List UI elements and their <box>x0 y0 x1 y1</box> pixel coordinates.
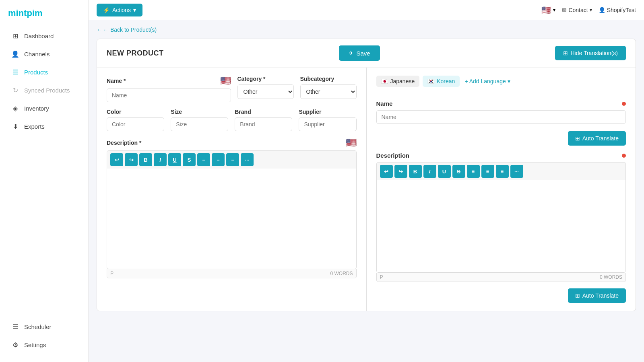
us-flag-description: 🇺🇸 <box>346 138 357 148</box>
mail-icon: ✉ <box>562 7 567 13</box>
supplier-input[interactable] <box>299 117 356 131</box>
sidebar-item-label: Synced Products <box>24 87 70 94</box>
back-to-products-link[interactable]: ← ← Back to Product(s) <box>97 27 636 33</box>
send-icon: ✈ <box>349 49 354 57</box>
size-group: Size <box>171 109 228 131</box>
channels-icon: 👤 <box>11 50 19 58</box>
sidebar-item-synced-products: ↻ Synced Products <box>3 81 85 99</box>
sidebar-item-channels[interactable]: 👤 Channels <box>3 45 85 63</box>
supplier-group: Supplier <box>299 109 356 131</box>
lightning-icon: ⚡ <box>103 7 110 13</box>
color-input[interactable] <box>107 117 164 131</box>
right-paragraph-indicator: P <box>380 274 383 280</box>
sidebar-item-label: Exports <box>24 123 45 130</box>
undo-button[interactable]: ↩ <box>110 153 123 166</box>
exports-icon: ⬇ <box>11 122 19 130</box>
sidebar-item-label: Inventory <box>24 105 49 112</box>
supplier-label: Supplier <box>299 109 356 115</box>
language-tabs: 🇯🇵 Japanese 🇰🇷 Korean + Add Language ▾ <box>376 76 626 92</box>
right-description-label: Description <box>376 152 410 159</box>
left-editor-body[interactable] <box>107 169 357 269</box>
korean-tab[interactable]: 🇰🇷 Korean <box>423 76 460 87</box>
left-editor-toolbar: ↩ ↪ B I U S ≡ ≡ ≡ ··· <box>107 150 357 169</box>
header: ⚡ Actions ▾ 🇺🇸 ▾ ✉ Contact ▾ 👤 ShopifyTe… <box>89 0 644 20</box>
align-center-button[interactable]: ≡ <box>212 153 225 166</box>
product-card: NEW PRODUCT ✈ Save ⊞ Hide Translation(s) <box>97 39 636 311</box>
left-editor-footer: P 0 WORDS <box>107 269 357 278</box>
user-account-button[interactable]: 👤 ShopifyTest <box>599 7 636 13</box>
sidebar-item-settings[interactable]: ⚙ Settings <box>3 336 85 354</box>
r-strikethrough-button[interactable]: S <box>452 165 465 178</box>
sidebar-item-dashboard[interactable]: ⊞ Dashboard <box>3 27 85 45</box>
subcategory-label: Subcategory <box>300 76 357 82</box>
underline-button[interactable]: U <box>168 153 181 166</box>
right-name-input[interactable] <box>376 110 626 124</box>
save-button[interactable]: ✈ Save <box>339 45 380 61</box>
add-lang-chevron-icon: ▾ <box>508 78 510 84</box>
chevron-down-icon: ▾ <box>133 7 136 13</box>
brand-label: Brand <box>235 109 292 115</box>
name-input[interactable] <box>107 88 231 102</box>
sidebar-item-label: Channels <box>24 51 50 58</box>
r-align-right-button[interactable]: ≡ <box>496 165 509 178</box>
r-underline-button[interactable]: U <box>438 165 451 178</box>
r-undo-button[interactable]: ↩ <box>380 165 393 178</box>
description-required-dot <box>622 154 626 158</box>
dashboard-icon: ⊞ <box>11 32 19 40</box>
name-auto-translate-button[interactable]: ⊞ Auto Translate <box>568 131 626 146</box>
sidebar-item-inventory[interactable]: ◈ Inventory <box>3 99 85 117</box>
paragraph-indicator: P <box>110 271 114 276</box>
r-italic-button[interactable]: I <box>423 165 436 178</box>
brand-input[interactable] <box>235 117 292 131</box>
r-align-left-button[interactable]: ≡ <box>467 165 480 178</box>
header-left: ⚡ Actions ▾ <box>97 4 142 16</box>
right-editor-body[interactable] <box>376 180 626 273</box>
app-logo: mintpim <box>0 4 88 27</box>
settings-icon: ⚙ <box>11 341 19 349</box>
name-label: Name * <box>107 78 126 84</box>
r-redo-button[interactable]: ↪ <box>394 165 407 178</box>
language-flag-button[interactable]: 🇺🇸 ▾ <box>541 5 555 15</box>
category-select[interactable]: Other Electronics Clothing <box>237 84 294 99</box>
category-group: Category * Other Electronics Clothing <box>237 76 294 102</box>
inventory-icon: ◈ <box>11 104 19 112</box>
right-editor-footer: P 0 WORDS <box>376 273 626 282</box>
japanese-flag-icon: 🇯🇵 <box>381 78 388 84</box>
subcategory-group: Subcategory Other Sub1 Sub2 <box>300 76 357 102</box>
sidebar-item-exports[interactable]: ⬇ Exports <box>3 117 85 135</box>
bottom-auto-translate-button[interactable]: ⊞ Auto Translate <box>568 288 626 303</box>
left-panel: Name * 🇺🇸 Category * Other Electronics C… <box>97 68 367 311</box>
flag-chevron-icon: ▾ <box>553 7 555 13</box>
size-label: Size <box>171 109 228 115</box>
name-category-row: Name * 🇺🇸 Category * Other Electronics C… <box>107 76 357 102</box>
actions-button[interactable]: ⚡ Actions ▾ <box>97 4 142 16</box>
sidebar-item-products[interactable]: ☰ Products <box>3 63 85 81</box>
contact-button[interactable]: ✉ Contact ▾ <box>562 7 592 13</box>
name-group: Name * 🇺🇸 <box>107 76 231 102</box>
bold-button[interactable]: B <box>139 153 152 166</box>
r-bold-button[interactable]: B <box>409 165 422 178</box>
redo-button[interactable]: ↪ <box>125 153 138 166</box>
synced-products-icon: ↻ <box>11 86 19 94</box>
add-language-button[interactable]: + Add Language ▾ <box>464 78 510 84</box>
korean-flag-icon: 🇰🇷 <box>427 78 434 84</box>
align-right-button[interactable]: ≡ <box>226 153 239 166</box>
subcategory-select[interactable]: Other Sub1 Sub2 <box>300 84 357 99</box>
sidebar-item-label: Dashboard <box>24 33 54 39</box>
size-input[interactable] <box>171 117 228 131</box>
sidebar-item-scheduler[interactable]: ☰ Scheduler <box>3 318 85 335</box>
hide-translation-button[interactable]: ⊞ Hide Translation(s) <box>555 46 626 60</box>
strikethrough-button[interactable]: S <box>183 153 196 166</box>
card-header: NEW PRODUCT ✈ Save ⊞ Hide Translation(s) <box>97 39 636 68</box>
r-more-options-button[interactable]: ··· <box>510 165 523 178</box>
right-name-group: Name ⊞ Auto Translate <box>376 100 626 146</box>
more-options-button[interactable]: ··· <box>241 153 254 166</box>
japanese-tab[interactable]: 🇯🇵 Japanese <box>376 76 420 87</box>
align-left-button[interactable]: ≡ <box>197 153 210 166</box>
attributes-row: Color Size Brand Supplier <box>107 109 357 131</box>
brand-group: Brand <box>235 109 292 131</box>
auto-translate-icon-1: ⊞ <box>575 135 580 142</box>
r-align-center-button[interactable]: ≡ <box>481 165 494 178</box>
sidebar-item-label: Products <box>24 69 48 76</box>
italic-button[interactable]: I <box>154 153 167 166</box>
